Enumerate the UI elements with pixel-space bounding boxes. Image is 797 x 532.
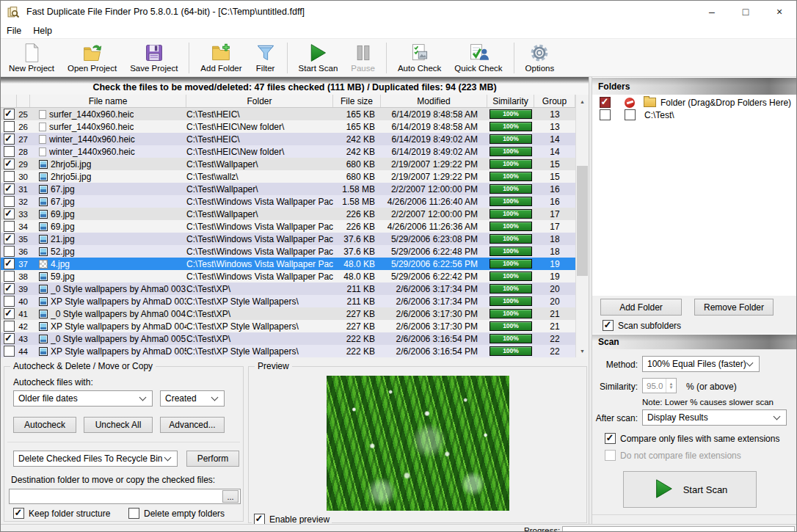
column-header-folder[interactable]: Folder xyxy=(186,95,333,107)
row-checkbox[interactable] xyxy=(4,134,15,145)
row-checkbox[interactable] xyxy=(4,208,15,219)
row-checkbox[interactable] xyxy=(4,258,15,269)
row-checkbox[interactable] xyxy=(4,233,15,244)
toolbar-button-new-project[interactable]: New Project xyxy=(2,41,61,74)
close-button[interactable]: × xyxy=(763,1,796,23)
checkbox-icon[interactable] xyxy=(605,433,616,444)
start-scan-button[interactable]: Start Scan xyxy=(623,471,757,508)
uncheck-all-button[interactable]: Uncheck All xyxy=(84,417,153,433)
table-row[interactable]: 40XP Style wallpapers by AhmaD 003.jpgC:… xyxy=(1,295,575,307)
date-type-dropdown[interactable]: Created xyxy=(160,390,225,407)
row-checkbox[interactable] xyxy=(4,333,15,344)
column-header-modified[interactable]: Modified xyxy=(381,95,487,107)
folder-row[interactable]: Folder (Drag&Drop Folders Here) xyxy=(592,96,797,109)
table-row[interactable]: 26surfer_1440x960.heicC:\Test\HEIC\New f… xyxy=(1,120,575,133)
table-row[interactable]: 39_0 Style wallpapers by Ahma0 003.jpgC:… xyxy=(1,283,575,295)
scrollbar-thumb[interactable] xyxy=(577,166,588,276)
minimize-button[interactable]: – xyxy=(695,1,729,23)
checkbox-icon[interactable] xyxy=(128,508,139,519)
scroll-down-icon[interactable]: ▼ xyxy=(576,345,589,357)
column-header-file-name[interactable]: File name xyxy=(30,95,186,107)
autocheck-criteria-dropdown[interactable]: Older file dates xyxy=(13,390,153,407)
table-scrollbar[interactable]: ▲ ▼ xyxy=(575,95,589,357)
autocheck-button[interactable]: Autocheck xyxy=(13,417,76,433)
menu-file[interactable]: File xyxy=(1,26,27,36)
table-row[interactable]: 302hrjo5i.jpgC:\Test\wallz\680 KB2/19/20… xyxy=(1,170,575,183)
table-row[interactable]: 3859.jpgC:\Test\Windows Vista Wallpaper … xyxy=(1,270,575,283)
row-checkbox[interactable] xyxy=(4,221,15,232)
row-checkbox[interactable] xyxy=(4,171,15,182)
table-row[interactable]: 42XP Style wallpapers by AhmaD 004.jpgC:… xyxy=(1,320,575,332)
table-row[interactable]: 3369.jpgC:\Test\Wallpaper\226 KB2/2/2007… xyxy=(1,208,575,220)
row-checkbox[interactable] xyxy=(4,109,15,120)
row-checkbox[interactable] xyxy=(4,246,15,257)
row-checkbox[interactable] xyxy=(4,283,15,294)
keep-structure-checkbox[interactable]: Keep folder structure xyxy=(13,508,110,519)
method-dropdown[interactable]: 100% Equal Files (faster) xyxy=(642,356,760,372)
table-row[interactable]: 28winter_1440x960.heicC:\Test\HEIC\New f… xyxy=(1,145,575,158)
toolbar-button-start-scan[interactable]: Start Scan xyxy=(292,41,345,74)
checkbox-icon[interactable] xyxy=(13,508,24,519)
row-checkbox[interactable] xyxy=(4,196,15,207)
column-header-group[interactable]: Group xyxy=(534,95,575,107)
folder-cell: C:\Test\Windows Vista Wallpaper Pack\ xyxy=(186,222,333,232)
checkbox-icon[interactable] xyxy=(603,320,614,331)
table-row[interactable]: 3469.jpgC:\Test\Windows Vista Wallpaper … xyxy=(1,220,575,233)
browse-button[interactable]: ... xyxy=(222,490,239,503)
table-row[interactable]: 3521.jpgC:\Test\Windows Vista Wallpaper … xyxy=(1,233,575,245)
row-checkbox[interactable] xyxy=(4,308,15,319)
maximize-button[interactable]: □ xyxy=(729,1,763,23)
table-row[interactable]: 44XP Style wallpapers by AhmaD 005.jpgC:… xyxy=(1,345,575,357)
table-row[interactable]: 25surfer_1440x960.heicC:\Test\HEIC\165 K… xyxy=(1,108,575,120)
toolbar-button-add-folder[interactable]: Add Folder xyxy=(194,41,248,74)
table-row[interactable]: 41_0 Style wallpapers by Ahma0 004.jpgC:… xyxy=(1,307,575,320)
row-checkbox[interactable] xyxy=(4,183,15,194)
action-dropdown[interactable]: Delete Checked Files To Recycle Bin xyxy=(13,451,178,467)
column-header-similarity[interactable]: Similarity xyxy=(487,95,534,107)
delete-empty-checkbox[interactable]: Delete empty folders xyxy=(128,508,225,519)
menu-help[interactable]: Help xyxy=(27,26,58,36)
folder-checkbox[interactable] xyxy=(600,109,611,120)
table-row[interactable]: 43_0 Style wallpapers by Ahma0 005.jpgC:… xyxy=(1,332,575,345)
toolbar-button-open-project[interactable]: Open Project xyxy=(61,41,123,74)
destination-input[interactable] xyxy=(9,489,241,504)
scroll-up-icon[interactable]: ▲ xyxy=(576,95,589,107)
spinner-arrows-icon[interactable]: ▲▼ xyxy=(666,379,676,393)
folder-checkbox[interactable] xyxy=(600,97,611,108)
compare-extensions-checkbox[interactable]: Compare only files with same extensions xyxy=(605,433,779,444)
row-checkbox[interactable] xyxy=(4,321,15,332)
row-checkbox[interactable] xyxy=(4,158,15,170)
toolbar-button-options[interactable]: Options xyxy=(519,41,561,74)
row-checkbox[interactable] xyxy=(4,296,15,307)
folder-checkbox[interactable] xyxy=(625,109,636,120)
row-checkbox[interactable] xyxy=(4,121,15,132)
add-folder-button[interactable]: Add Folder xyxy=(600,299,682,316)
toolbar-button-filter[interactable]: Filter xyxy=(249,41,283,74)
toolbar-button-auto-check[interactable]: Auto Check xyxy=(391,41,448,74)
similarity-spinner[interactable]: 95.0 ▲▼ xyxy=(642,378,677,393)
row-checkbox[interactable] xyxy=(4,346,15,357)
checkbox-icon[interactable] xyxy=(254,514,265,525)
toolbar-button-save-project[interactable]: Save Project xyxy=(123,41,184,74)
folder-row[interactable]: C:\Test\ xyxy=(592,109,797,121)
table-row[interactable]: 374.jpgC:\Test\Windows Vista Wallpaper P… xyxy=(1,258,575,270)
row-checkbox[interactable] xyxy=(4,271,15,282)
enable-preview-checkbox[interactable]: Enable preview xyxy=(252,514,332,525)
table-row[interactable]: 3652.jpgC:\Test\Windows Vista Wallpaper … xyxy=(1,245,575,258)
perform-button[interactable]: Perform xyxy=(186,451,239,467)
row-checkbox[interactable] xyxy=(4,146,15,157)
file-name-cell: _0 Style wallpapers by Ahma0 003.jpg xyxy=(30,284,186,294)
column-header-index[interactable] xyxy=(17,95,30,107)
scan-subfolders-checkbox[interactable]: Scan subfolders xyxy=(603,320,681,331)
column-header-check[interactable] xyxy=(1,95,17,107)
table-row[interactable]: 27winter_1440x960.heicC:\Test\HEIC\242 K… xyxy=(1,133,575,145)
advanced-button[interactable]: Advanced... xyxy=(160,417,225,433)
column-header-file-size[interactable]: File size xyxy=(333,95,381,107)
table-row[interactable]: 3267.jpgC:\Test\Windows Vista Wallpaper … xyxy=(1,195,575,208)
toolbar-button-quick-check[interactable]: Quick Check xyxy=(448,41,509,74)
table-row[interactable]: 3167.jpgC:\Test\Wallpaper\1.58 MB2/2/200… xyxy=(1,183,575,195)
after-scan-dropdown[interactable]: Display Results xyxy=(642,409,787,426)
table-row[interactable]: 292hrjo5i.jpgC:\Test\Wallpaper\680 KB2/1… xyxy=(1,158,575,170)
toolbar-separator xyxy=(287,43,288,73)
remove-folder-button[interactable]: Remove Folder xyxy=(694,299,774,316)
